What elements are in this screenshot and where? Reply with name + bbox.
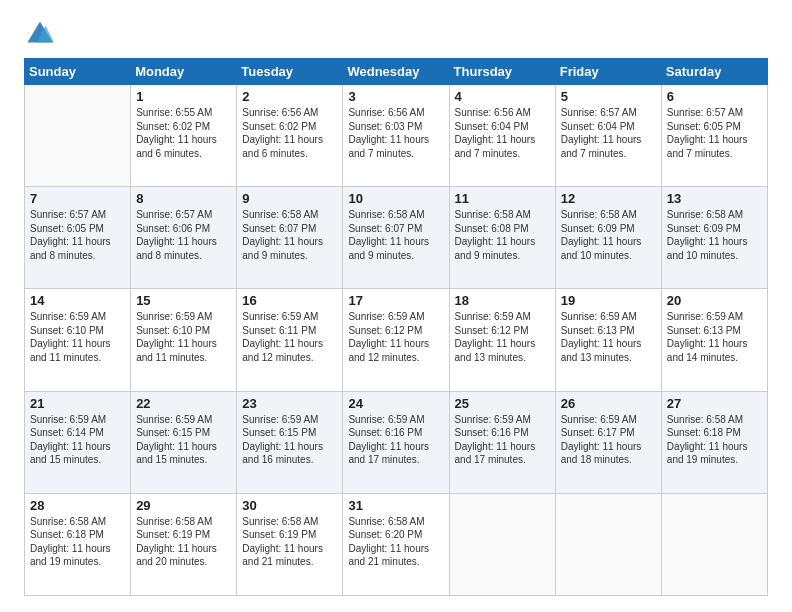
day-cell: 29Sunrise: 6:58 AM Sunset: 6:19 PM Dayli… (131, 493, 237, 595)
day-number: 21 (30, 396, 125, 411)
day-cell: 12Sunrise: 6:58 AM Sunset: 6:09 PM Dayli… (555, 187, 661, 289)
day-cell: 20Sunrise: 6:59 AM Sunset: 6:13 PM Dayli… (661, 289, 767, 391)
day-cell: 7Sunrise: 6:57 AM Sunset: 6:05 PM Daylig… (25, 187, 131, 289)
day-number: 19 (561, 293, 656, 308)
day-cell: 4Sunrise: 6:56 AM Sunset: 6:04 PM Daylig… (449, 85, 555, 187)
day-number: 29 (136, 498, 231, 513)
day-number: 18 (455, 293, 550, 308)
day-info: Sunrise: 6:57 AM Sunset: 6:05 PM Dayligh… (667, 106, 762, 160)
day-number: 1 (136, 89, 231, 104)
day-cell: 30Sunrise: 6:58 AM Sunset: 6:19 PM Dayli… (237, 493, 343, 595)
day-info: Sunrise: 6:58 AM Sunset: 6:07 PM Dayligh… (242, 208, 337, 262)
day-cell: 14Sunrise: 6:59 AM Sunset: 6:10 PM Dayli… (25, 289, 131, 391)
logo-icon (26, 20, 54, 48)
day-cell (25, 85, 131, 187)
day-cell: 6Sunrise: 6:57 AM Sunset: 6:05 PM Daylig… (661, 85, 767, 187)
day-number: 4 (455, 89, 550, 104)
day-number: 31 (348, 498, 443, 513)
day-number: 15 (136, 293, 231, 308)
day-number: 25 (455, 396, 550, 411)
weekday-header-wednesday: Wednesday (343, 59, 449, 85)
day-number: 6 (667, 89, 762, 104)
day-cell: 28Sunrise: 6:58 AM Sunset: 6:18 PM Dayli… (25, 493, 131, 595)
day-info: Sunrise: 6:58 AM Sunset: 6:09 PM Dayligh… (561, 208, 656, 262)
day-info: Sunrise: 6:59 AM Sunset: 6:15 PM Dayligh… (242, 413, 337, 467)
day-cell: 25Sunrise: 6:59 AM Sunset: 6:16 PM Dayli… (449, 391, 555, 493)
day-info: Sunrise: 6:58 AM Sunset: 6:18 PM Dayligh… (667, 413, 762, 467)
day-info: Sunrise: 6:57 AM Sunset: 6:06 PM Dayligh… (136, 208, 231, 262)
day-cell: 8Sunrise: 6:57 AM Sunset: 6:06 PM Daylig… (131, 187, 237, 289)
day-info: Sunrise: 6:57 AM Sunset: 6:04 PM Dayligh… (561, 106, 656, 160)
day-cell (661, 493, 767, 595)
day-number: 7 (30, 191, 125, 206)
day-info: Sunrise: 6:59 AM Sunset: 6:15 PM Dayligh… (136, 413, 231, 467)
day-cell: 27Sunrise: 6:58 AM Sunset: 6:18 PM Dayli… (661, 391, 767, 493)
day-info: Sunrise: 6:59 AM Sunset: 6:10 PM Dayligh… (136, 310, 231, 364)
day-number: 17 (348, 293, 443, 308)
day-info: Sunrise: 6:58 AM Sunset: 6:19 PM Dayligh… (242, 515, 337, 569)
day-info: Sunrise: 6:56 AM Sunset: 6:02 PM Dayligh… (242, 106, 337, 160)
day-info: Sunrise: 6:58 AM Sunset: 6:18 PM Dayligh… (30, 515, 125, 569)
day-cell: 3Sunrise: 6:56 AM Sunset: 6:03 PM Daylig… (343, 85, 449, 187)
weekday-header-row: SundayMondayTuesdayWednesdayThursdayFrid… (25, 59, 768, 85)
day-number: 28 (30, 498, 125, 513)
day-number: 3 (348, 89, 443, 104)
weekday-header-monday: Monday (131, 59, 237, 85)
day-cell: 1Sunrise: 6:55 AM Sunset: 6:02 PM Daylig… (131, 85, 237, 187)
day-info: Sunrise: 6:58 AM Sunset: 6:20 PM Dayligh… (348, 515, 443, 569)
day-cell: 19Sunrise: 6:59 AM Sunset: 6:13 PM Dayli… (555, 289, 661, 391)
day-info: Sunrise: 6:59 AM Sunset: 6:11 PM Dayligh… (242, 310, 337, 364)
day-cell: 11Sunrise: 6:58 AM Sunset: 6:08 PM Dayli… (449, 187, 555, 289)
day-number: 12 (561, 191, 656, 206)
week-row-5: 28Sunrise: 6:58 AM Sunset: 6:18 PM Dayli… (25, 493, 768, 595)
day-info: Sunrise: 6:56 AM Sunset: 6:04 PM Dayligh… (455, 106, 550, 160)
week-row-2: 7Sunrise: 6:57 AM Sunset: 6:05 PM Daylig… (25, 187, 768, 289)
day-info: Sunrise: 6:55 AM Sunset: 6:02 PM Dayligh… (136, 106, 231, 160)
day-info: Sunrise: 6:59 AM Sunset: 6:16 PM Dayligh… (455, 413, 550, 467)
day-info: Sunrise: 6:59 AM Sunset: 6:12 PM Dayligh… (348, 310, 443, 364)
week-row-1: 1Sunrise: 6:55 AM Sunset: 6:02 PM Daylig… (25, 85, 768, 187)
day-cell: 31Sunrise: 6:58 AM Sunset: 6:20 PM Dayli… (343, 493, 449, 595)
day-number: 13 (667, 191, 762, 206)
day-number: 20 (667, 293, 762, 308)
weekday-header-friday: Friday (555, 59, 661, 85)
weekday-header-thursday: Thursday (449, 59, 555, 85)
day-cell: 13Sunrise: 6:58 AM Sunset: 6:09 PM Dayli… (661, 187, 767, 289)
day-cell (449, 493, 555, 595)
weekday-header-tuesday: Tuesday (237, 59, 343, 85)
day-cell: 18Sunrise: 6:59 AM Sunset: 6:12 PM Dayli… (449, 289, 555, 391)
day-info: Sunrise: 6:57 AM Sunset: 6:05 PM Dayligh… (30, 208, 125, 262)
day-cell: 9Sunrise: 6:58 AM Sunset: 6:07 PM Daylig… (237, 187, 343, 289)
day-number: 5 (561, 89, 656, 104)
day-info: Sunrise: 6:59 AM Sunset: 6:14 PM Dayligh… (30, 413, 125, 467)
day-number: 23 (242, 396, 337, 411)
day-cell: 24Sunrise: 6:59 AM Sunset: 6:16 PM Dayli… (343, 391, 449, 493)
week-row-4: 21Sunrise: 6:59 AM Sunset: 6:14 PM Dayli… (25, 391, 768, 493)
day-number: 27 (667, 396, 762, 411)
day-number: 30 (242, 498, 337, 513)
day-cell: 15Sunrise: 6:59 AM Sunset: 6:10 PM Dayli… (131, 289, 237, 391)
day-cell (555, 493, 661, 595)
calendar-table: SundayMondayTuesdayWednesdayThursdayFrid… (24, 58, 768, 596)
day-info: Sunrise: 6:58 AM Sunset: 6:09 PM Dayligh… (667, 208, 762, 262)
logo (24, 20, 54, 48)
day-number: 22 (136, 396, 231, 411)
day-info: Sunrise: 6:58 AM Sunset: 6:19 PM Dayligh… (136, 515, 231, 569)
day-cell: 2Sunrise: 6:56 AM Sunset: 6:02 PM Daylig… (237, 85, 343, 187)
header (24, 20, 768, 48)
week-row-3: 14Sunrise: 6:59 AM Sunset: 6:10 PM Dayli… (25, 289, 768, 391)
day-info: Sunrise: 6:59 AM Sunset: 6:16 PM Dayligh… (348, 413, 443, 467)
day-info: Sunrise: 6:58 AM Sunset: 6:07 PM Dayligh… (348, 208, 443, 262)
day-info: Sunrise: 6:58 AM Sunset: 6:08 PM Dayligh… (455, 208, 550, 262)
day-cell: 5Sunrise: 6:57 AM Sunset: 6:04 PM Daylig… (555, 85, 661, 187)
day-info: Sunrise: 6:56 AM Sunset: 6:03 PM Dayligh… (348, 106, 443, 160)
day-cell: 10Sunrise: 6:58 AM Sunset: 6:07 PM Dayli… (343, 187, 449, 289)
day-info: Sunrise: 6:59 AM Sunset: 6:12 PM Dayligh… (455, 310, 550, 364)
day-cell: 16Sunrise: 6:59 AM Sunset: 6:11 PM Dayli… (237, 289, 343, 391)
weekday-header-sunday: Sunday (25, 59, 131, 85)
day-number: 11 (455, 191, 550, 206)
day-cell: 22Sunrise: 6:59 AM Sunset: 6:15 PM Dayli… (131, 391, 237, 493)
day-info: Sunrise: 6:59 AM Sunset: 6:10 PM Dayligh… (30, 310, 125, 364)
day-number: 26 (561, 396, 656, 411)
day-number: 10 (348, 191, 443, 206)
